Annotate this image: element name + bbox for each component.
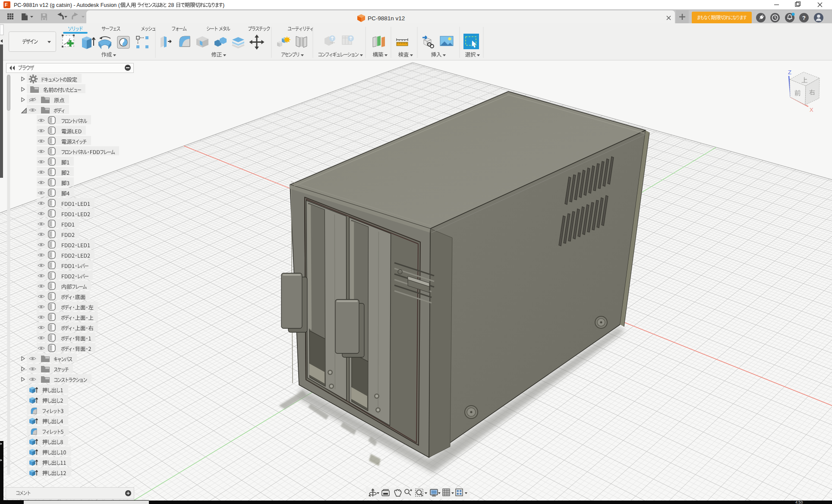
svg-text:Z: Z xyxy=(788,69,791,76)
svg-text:28: 28 xyxy=(167,2,176,8)
svg-text:4:50: 4:50 xyxy=(795,500,803,504)
svg-text:): ) xyxy=(223,2,224,8)
svg-text:F: F xyxy=(5,2,8,7)
svg-text:X: X xyxy=(810,107,813,113)
svg-text:PC-9881n v12: PC-9881n v12 xyxy=(368,15,405,22)
svg-text:PC-9881n v12 (g catsin) - Auto: PC-9881n v12 (g catsin) - Autodesk Fusio… xyxy=(14,2,120,8)
svg-text:?: ? xyxy=(802,15,806,21)
